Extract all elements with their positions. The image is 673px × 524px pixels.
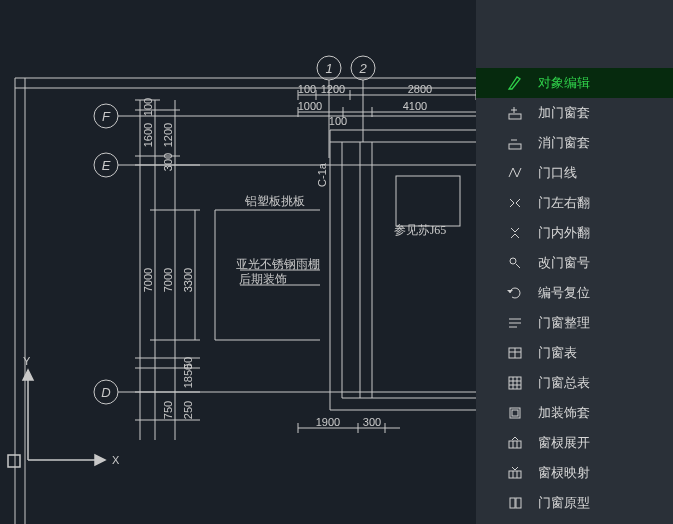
menu-label: 窗棂展开 [538, 434, 590, 452]
svg-point-59 [510, 258, 516, 264]
menu-item-change-number[interactable]: 改门窗号 [476, 248, 673, 278]
dim-bottom-300: 300 [363, 416, 381, 428]
dim-left-1600: 1600 [142, 123, 154, 147]
dim-left-250: 250 [182, 401, 194, 419]
grid-letter-D: D [101, 385, 110, 400]
table-icon [504, 345, 526, 361]
menu-label: 门窗表 [538, 344, 577, 362]
menu-item-annotate[interactable]: 门窗标注 [476, 518, 673, 524]
svg-marker-60 [507, 290, 513, 293]
menu-item-reset-number[interactable]: 编号复位 [476, 278, 673, 308]
annotation-steel-grille: 亚光不锈钢雨棚 [236, 257, 320, 271]
dim-left-7000-1: 7000 [142, 268, 154, 292]
menu-item-add-decor[interactable]: 加装饰套 [476, 398, 673, 428]
grid-letter-E: E [102, 158, 111, 173]
svg-rect-77 [509, 471, 521, 478]
menu-item-door-line[interactable]: 门口线 [476, 158, 673, 188]
menu-label: 门窗原型 [538, 494, 590, 512]
annotation-alu-panel: 铝塑板挑板 [244, 194, 305, 208]
grid-number-2: 2 [358, 61, 367, 76]
flip-io-icon [504, 225, 526, 241]
svg-marker-51 [95, 455, 105, 465]
dim-left-1850: 1850 [182, 364, 194, 388]
annotation-later-decor: 后期装饰 [239, 272, 287, 286]
menu-label: 门内外翻 [538, 224, 590, 242]
summary-table-icon [504, 375, 526, 391]
annotation-tag: C-1a [316, 162, 328, 187]
change-number-icon [504, 255, 526, 271]
cad-canvas[interactable]: 1 2 F E D 100 1200 2800 [0, 0, 476, 524]
dim-top-100-1: 100 [298, 83, 316, 95]
axis-x-label: X [112, 454, 120, 466]
menu-item-summary-table[interactable]: 门窗总表 [476, 368, 673, 398]
grid-letter-F: F [102, 109, 111, 124]
dim-left-1200: 1200 [162, 123, 174, 147]
dim-left-7000-2: 7000 [162, 268, 174, 292]
svg-rect-81 [516, 498, 521, 508]
add-decor-icon [504, 405, 526, 421]
dim-top2-100: 100 [329, 115, 347, 127]
menu-item-flip-io[interactable]: 门内外翻 [476, 218, 673, 248]
dim-left-300: 300 [162, 153, 174, 171]
grid-number-1: 1 [325, 61, 332, 76]
svg-rect-57 [509, 144, 521, 149]
menu-label: 改门窗号 [538, 254, 590, 272]
svg-rect-80 [510, 498, 515, 508]
menu-label: 门口线 [538, 164, 577, 182]
menu-label: 窗棂映射 [538, 464, 590, 482]
menu-label: 门窗整理 [538, 314, 590, 332]
svg-rect-54 [509, 114, 521, 119]
svg-rect-74 [509, 441, 521, 448]
mullion-map-icon [504, 465, 526, 481]
menu-item-mullion-expand[interactable]: 窗棂展开 [476, 428, 673, 458]
dim-top2-1000: 1000 [298, 100, 322, 112]
menu-label: 门左右翻 [538, 194, 590, 212]
svg-rect-73 [512, 410, 518, 416]
add-casing-icon [504, 105, 526, 121]
menu-item-prototype[interactable]: 门窗原型 [476, 488, 673, 518]
edit-object-icon [504, 75, 526, 91]
reset-number-icon [504, 285, 526, 301]
menu-label: 编号复位 [538, 284, 590, 302]
remove-casing-icon [504, 135, 526, 151]
menu-item-object-edit[interactable]: 对象编辑 [476, 68, 673, 98]
prototype-icon [504, 495, 526, 511]
mullion-expand-icon [504, 435, 526, 451]
flip-lr-icon [504, 195, 526, 211]
svg-rect-53 [8, 455, 20, 467]
dim-left-750: 750 [162, 401, 174, 419]
menu-label: 加装饰套 [538, 404, 590, 422]
menu-label: 加门窗套 [538, 104, 590, 122]
side-menu-panel: 对象编辑 加门窗套 消门窗套 门口线 门左右翻 门内外翻 改门窗号 编号复位 门… [476, 0, 673, 524]
dim-top2-4100: 4100 [403, 100, 427, 112]
menu-item-table[interactable]: 门窗表 [476, 338, 673, 368]
menu-item-remove-casing[interactable]: 消门窗套 [476, 128, 673, 158]
dim-left-3300: 3300 [182, 268, 194, 292]
menu-item-organize[interactable]: 门窗整理 [476, 308, 673, 338]
dim-top-2800: 2800 [408, 83, 432, 95]
dim-left-100-1: 100 [142, 98, 154, 116]
menu-label: 对象编辑 [538, 74, 590, 92]
menu-label: 门窗总表 [538, 374, 590, 392]
axis-y-label: Y [23, 355, 31, 367]
menu-item-add-casing[interactable]: 加门窗套 [476, 98, 673, 128]
annotation-ref: 参见苏J65 [394, 223, 447, 237]
menu-item-mullion-map[interactable]: 窗棂映射 [476, 458, 673, 488]
menu-label: 消门窗套 [538, 134, 590, 152]
dim-bottom-1900: 1900 [316, 416, 340, 428]
menu-item-flip-lr[interactable]: 门左右翻 [476, 188, 673, 218]
dim-top-1200: 1200 [321, 83, 345, 95]
svg-rect-67 [509, 377, 521, 389]
svg-rect-41 [396, 176, 460, 226]
door-line-icon [504, 165, 526, 181]
organize-icon [504, 315, 526, 331]
